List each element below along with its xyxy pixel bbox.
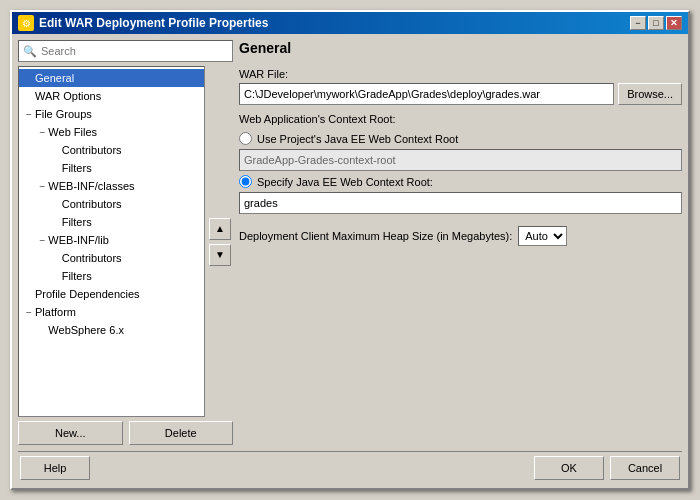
tree-item-label: WebSphere 6.x — [48, 324, 124, 336]
tree-item[interactable]: −WEB-INF/lib — [19, 231, 204, 249]
search-box: 🔍 — [18, 40, 233, 62]
tree-item[interactable]: Contributors — [19, 249, 204, 267]
tree-toggle — [50, 163, 62, 174]
tree-item-label: WEB-INF/classes — [48, 180, 134, 192]
heap-size-row: Deployment Client Maximum Heap Size (in … — [239, 226, 682, 246]
close-button[interactable]: ✕ — [666, 16, 682, 30]
tree-indent — [36, 269, 49, 283]
footer: Help OK Cancel — [18, 451, 682, 482]
search-input[interactable] — [41, 45, 228, 57]
tree-toggle: − — [36, 127, 48, 138]
tree-item[interactable]: WAR Options — [19, 87, 204, 105]
tree-item[interactable]: −Web Files — [19, 123, 204, 141]
delete-button[interactable]: Delete — [129, 421, 234, 445]
tree-item-label: WAR Options — [35, 90, 101, 102]
tree-item-label: Filters — [62, 162, 92, 174]
tree-indent — [36, 161, 49, 175]
tree-indent — [23, 251, 36, 265]
tree-item-label: Contributors — [62, 252, 122, 264]
window-body: 🔍 General WAR Options−File Groups −Web F… — [12, 34, 688, 488]
tree-indent — [23, 161, 36, 175]
help-button[interactable]: Help — [20, 456, 90, 480]
search-icon: 🔍 — [23, 45, 37, 58]
war-file-section: WAR File: Browse... — [239, 68, 682, 105]
tree-item[interactable]: General — [19, 69, 204, 87]
tree-indent — [36, 197, 49, 211]
title-bar-left: ⚙ Edit WAR Deployment Profile Properties — [18, 15, 268, 31]
title-bar: ⚙ Edit WAR Deployment Profile Properties… — [12, 12, 688, 34]
tree-toggle: − — [36, 181, 48, 192]
left-panel: 🔍 General WAR Options−File Groups −Web F… — [18, 40, 233, 445]
war-file-label: WAR File: — [239, 68, 682, 80]
window-title: Edit WAR Deployment Profile Properties — [39, 16, 268, 30]
context-root-section: Web Application's Context Root: Use Proj… — [239, 113, 682, 214]
tree-indent — [23, 233, 36, 247]
tree-item[interactable]: Contributors — [19, 141, 204, 159]
tree-item-label: General — [35, 72, 74, 84]
arrow-up-button[interactable]: ▲ — [209, 218, 231, 240]
tree-toggle — [50, 217, 62, 228]
maximize-button[interactable]: □ — [648, 16, 664, 30]
minimize-button[interactable]: − — [630, 16, 646, 30]
tree-indent — [23, 215, 36, 229]
tree-indent — [23, 323, 36, 337]
tree-toggle: − — [23, 307, 35, 318]
tree-indent — [23, 143, 36, 157]
radio-use-project[interactable] — [239, 132, 252, 145]
war-file-input-row: Browse... — [239, 83, 682, 105]
war-file-input[interactable] — [239, 83, 614, 105]
tree-toggle — [23, 73, 35, 84]
context-root-label: Web Application's Context Root: — [239, 113, 682, 125]
tree-item[interactable]: −Platform — [19, 303, 204, 321]
tree-indent — [23, 125, 36, 139]
heap-select[interactable]: Auto128256512 — [518, 226, 567, 246]
browse-button[interactable]: Browse... — [618, 83, 682, 105]
main-window: ⚙ Edit WAR Deployment Profile Properties… — [10, 10, 690, 490]
tree-toggle — [23, 289, 35, 300]
right-panel: General WAR File: Browse... Web Applicat… — [239, 40, 682, 445]
arrow-buttons: ▲ ▼ — [207, 66, 233, 417]
tree-item[interactable]: Contributors — [19, 195, 204, 213]
readonly-context-input — [239, 149, 682, 171]
radio-use-project-label: Use Project's Java EE Web Context Root — [257, 133, 458, 145]
ok-button[interactable]: OK — [534, 456, 604, 480]
tree-indent — [36, 143, 49, 157]
tree-toggle: − — [36, 235, 48, 246]
tree-item-label: Web Files — [48, 126, 97, 138]
tree-item-label: Filters — [62, 270, 92, 282]
arrow-down-button[interactable]: ▼ — [209, 244, 231, 266]
new-button[interactable]: New... — [18, 421, 123, 445]
tree-item-label: Contributors — [62, 198, 122, 210]
radio-specify-row: Specify Java EE Web Context Root: — [239, 175, 682, 188]
left-bottom-buttons: New... Delete — [18, 421, 233, 445]
tree-toggle — [50, 253, 62, 264]
heap-label: Deployment Client Maximum Heap Size (in … — [239, 230, 512, 242]
tree-indent — [23, 269, 36, 283]
window-icon: ⚙ — [18, 15, 34, 31]
radio-specify[interactable] — [239, 175, 252, 188]
radio-specify-label: Specify Java EE Web Context Root: — [257, 176, 433, 188]
tree-item-label: WEB-INF/lib — [48, 234, 109, 246]
tree-item[interactable]: Filters — [19, 267, 204, 285]
radio-use-project-row: Use Project's Java EE Web Context Root — [239, 132, 682, 145]
tree-item[interactable]: −File Groups — [19, 105, 204, 123]
title-bar-buttons: − □ ✕ — [630, 16, 682, 30]
tree-item[interactable]: −WEB-INF/classes — [19, 177, 204, 195]
tree-item-label: Profile Dependencies — [35, 288, 140, 300]
tree-indent — [23, 197, 36, 211]
tree-toggle — [50, 199, 62, 210]
tree-toggle: − — [23, 109, 35, 120]
cancel-button[interactable]: Cancel — [610, 456, 680, 480]
tree-item-label: Platform — [35, 306, 76, 318]
tree-item[interactable]: WebSphere 6.x — [19, 321, 204, 339]
tree-item[interactable]: Profile Dependencies — [19, 285, 204, 303]
tree-panel: General WAR Options−File Groups −Web Fil… — [18, 66, 205, 417]
tree-item-label: Filters — [62, 216, 92, 228]
specify-context-input[interactable] — [239, 192, 682, 214]
footer-right-buttons: OK Cancel — [534, 456, 680, 480]
panel-with-arrows: General WAR Options−File Groups −Web Fil… — [18, 66, 233, 417]
tree-item[interactable]: Filters — [19, 213, 204, 231]
tree-indent — [23, 179, 36, 193]
tree-item-label: Contributors — [62, 144, 122, 156]
tree-item[interactable]: Filters — [19, 159, 204, 177]
